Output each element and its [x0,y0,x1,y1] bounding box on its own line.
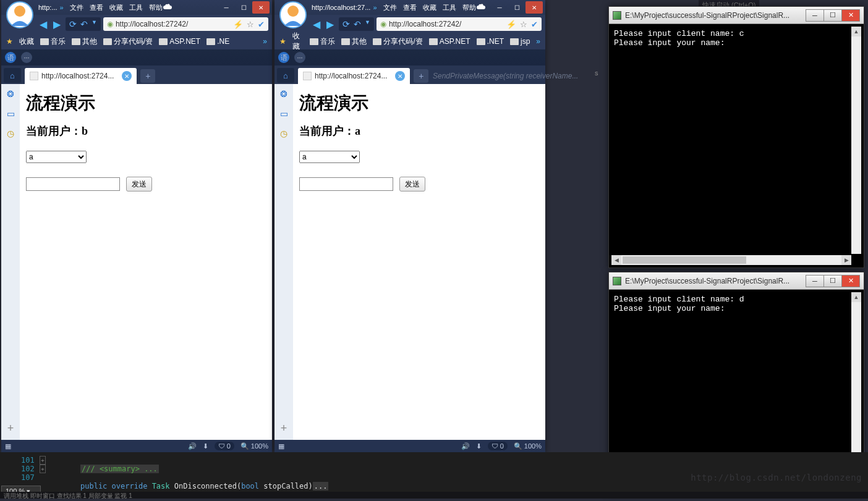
download-icon[interactable]: ⬇ [203,442,208,450]
message-input[interactable] [299,177,393,191]
console-titlebar[interactable]: E:\MyProject\successful-SignalRProject\S… [609,272,864,290]
add-panel-icon[interactable]: + [281,422,287,435]
user-select[interactable]: a [299,151,360,163]
scrollbar-vertical[interactable]: ▲ [851,27,861,254]
cloud-icon[interactable] [163,4,172,11]
menu-help[interactable]: 帮助 [149,3,163,12]
zoom-control[interactable]: 🔍 100% [514,442,542,450]
clock-icon[interactable]: ◷ [280,128,287,138]
close-button[interactable]: ✕ [841,9,860,22]
add-panel-icon[interactable]: + [7,422,14,435]
bookmark-item[interactable]: 音乐 [310,36,335,47]
download-icon[interactable]: ⬇ [476,442,482,450]
tab-close-icon[interactable]: ✕ [395,71,405,81]
shield-count[interactable]: 🛡 0 [215,442,234,450]
titlebar[interactable]: http://localhost:27... » 文件 查看 收藏 工具 帮助 … [274,0,545,15]
favorites-label[interactable]: 收藏 [292,31,304,52]
home-button[interactable]: ⌂ [277,68,294,83]
shield-count[interactable]: 🛡 0 [488,442,508,450]
maximize-button[interactable]: ☐ [823,275,842,287]
app-icon[interactable]: 语 [278,52,289,63]
menu-tools[interactable]: 工具 [443,3,456,12]
forward-button[interactable]: ▶ [324,19,336,30]
new-tab-button[interactable]: + [414,69,428,83]
bolt-icon[interactable]: ⚡ [233,20,243,29]
refresh-icon[interactable]: ⟳ [69,19,77,29]
check-icon[interactable]: ✔ [531,20,538,29]
favorites-star-icon[interactable]: ★ [6,37,13,46]
compass-icon[interactable]: ❂ [280,89,287,99]
address-bar[interactable]: ◉ http://localhost:27242/ ⚡ ☆ ✔ [377,17,542,31]
minimize-button[interactable]: ─ [806,9,824,22]
mobile-icon[interactable]: ▭ [280,109,288,119]
favorites-label[interactable]: 收藏 [19,36,34,47]
address-bar[interactable]: ◉ http://localhost:27242/ ⚡ ☆ ✔ [103,17,268,31]
undo-icon[interactable]: ↶ [80,19,88,29]
clock-icon[interactable]: ◷ [7,128,14,138]
bookmark-item[interactable]: ASP.NET [159,37,200,46]
chat-icon[interactable]: ··· [21,52,32,63]
send-button[interactable]: 发送 [399,177,425,192]
close-button[interactable]: ✕ [525,1,543,14]
fold-icon[interactable]: + [40,465,46,473]
home-button[interactable]: ⌂ [4,68,21,83]
chevron-right-icon[interactable]: » [373,4,377,11]
bookmark-item[interactable]: jsp [510,37,530,46]
dropdown-icon[interactable]: ▼ [365,19,370,29]
minimize-button[interactable]: ─ [218,1,235,14]
bookmark-item[interactable]: ASP.NET [429,37,470,46]
app-icon[interactable]: 语 [5,52,16,63]
compass-icon[interactable]: ❂ [7,89,14,99]
volume-icon[interactable]: 🔊 [461,442,470,450]
bookmark-item[interactable]: 分享代码/资 [373,36,422,47]
menu-file[interactable]: 文件 [70,3,83,12]
forward-button[interactable]: ▶ [51,19,63,30]
minimize-button[interactable]: ─ [806,275,824,287]
bookmarks-more-icon[interactable]: » [263,37,267,46]
bolt-icon[interactable]: ⚡ [506,20,516,29]
volume-icon[interactable]: 🔊 [188,442,197,450]
favorites-star-icon[interactable]: ★ [279,37,286,46]
status-app-icon[interactable]: ▦ [5,442,11,450]
menu-help[interactable]: 帮助 [462,3,476,12]
bookmarks-more-icon[interactable]: » [536,37,540,46]
bookmark-item[interactable]: 音乐 [40,36,66,47]
new-tab-button[interactable]: + [140,69,155,83]
bookmark-item[interactable]: .NE [206,37,229,46]
check-icon[interactable]: ✔ [258,20,265,29]
titlebar[interactable]: http:... » 文件 查看 收藏 工具 帮助 ─ ☐ ✕ [1,0,272,15]
mobile-icon[interactable]: ▭ [7,109,15,119]
tab-active[interactable]: http://localhost:2724... ✕ [25,68,137,84]
menu-favorites[interactable]: 收藏 [423,3,436,12]
close-button[interactable]: ✕ [252,1,270,14]
menu-file[interactable]: 文件 [383,3,397,12]
bookmark-item[interactable]: .NET [477,37,504,46]
chat-icon[interactable]: ··· [294,52,305,63]
star-icon[interactable]: ☆ [247,20,254,29]
scroll-thumb[interactable] [623,256,746,264]
scroll-up-icon[interactable]: ▲ [851,27,861,36]
maximize-button[interactable]: ☐ [823,9,842,22]
tab-active[interactable]: http://localhost:2724... ✕ [298,68,410,84]
scroll-up-icon[interactable]: ▲ [851,292,861,302]
bookmark-item[interactable]: 分享代码/资 [103,36,153,47]
refresh-icon[interactable]: ⟳ [343,19,350,29]
send-button[interactable]: 发送 [126,177,152,192]
message-input[interactable] [26,177,120,191]
bookmark-item[interactable]: 其他 [341,36,367,47]
star-icon[interactable]: ☆ [520,20,527,29]
console-titlebar[interactable]: E:\MyProject\successful-SignalRProject\S… [609,7,864,24]
bookmark-item[interactable]: 其他 [72,36,97,47]
cloud-icon[interactable] [476,4,486,11]
maximize-button[interactable]: ☐ [508,1,525,14]
user-select[interactable]: a [26,151,87,163]
close-button[interactable]: ✕ [841,275,860,287]
zoom-control[interactable]: 🔍 100% [240,442,268,450]
menu-favorites[interactable]: 收藏 [109,3,123,12]
tab-close-icon[interactable]: ✕ [122,71,132,81]
scrollbar-horizontal[interactable]: ◀ ▶ [611,255,851,265]
menu-view[interactable]: 查看 [90,3,103,12]
dropdown-icon[interactable]: ▼ [91,19,97,29]
undo-icon[interactable]: ↶ [354,19,361,29]
fold-icon[interactable]: + [40,456,46,465]
